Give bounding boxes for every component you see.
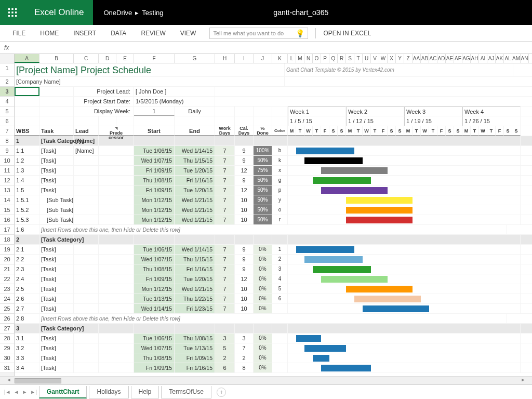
cell[interactable]: 6 [215, 363, 235, 373]
cell[interactable]: Mon 1/12/15 [134, 195, 175, 205]
cell[interactable]: Tue 1/06/15 [134, 334, 175, 343]
cell[interactable] [99, 334, 134, 343]
row-header[interactable]: 13 [0, 185, 14, 195]
column-header[interactable]: I [235, 54, 254, 63]
column-header[interactable]: AE [446, 54, 454, 63]
cell[interactable]: 1 [134, 107, 175, 116]
row-header[interactable]: 23 [0, 284, 14, 294]
column-header[interactable]: AM [512, 54, 521, 63]
cell[interactable]: 50% [254, 185, 272, 195]
row-header[interactable]: 7 [0, 126, 14, 136]
cell[interactable]: 75% [254, 166, 272, 175]
column-header[interactable]: J [254, 54, 272, 63]
cell[interactable]: 3 [15, 324, 39, 333]
cell[interactable]: [Task] [39, 166, 74, 175]
cell[interactable]: Wed 1/21/15 [175, 215, 215, 224]
cell[interactable]: 10 [235, 205, 254, 215]
row-header[interactable]: 20 [0, 255, 14, 264]
select-all-corner[interactable] [0, 54, 14, 63]
cell[interactable]: 2.1 [15, 245, 39, 254]
column-header[interactable]: AI [479, 54, 487, 63]
cell[interactable]: Thu 1/15/15 [175, 156, 215, 165]
cell[interactable] [215, 107, 235, 116]
row-header[interactable]: 16 [0, 215, 14, 225]
cell[interactable]: 2.7 [15, 304, 39, 313]
cell[interactable] [272, 353, 288, 363]
column-header[interactable]: AK [496, 54, 504, 63]
cell[interactable] [272, 334, 288, 343]
cell[interactable]: 8 [235, 363, 254, 373]
cell[interactable]: Project Lead: [74, 87, 134, 96]
cell[interactable] [99, 205, 134, 215]
row-header[interactable]: 10 [0, 156, 14, 166]
cell[interactable]: 0% [254, 255, 272, 264]
tell-me-search[interactable]: Tell me what you want to do 💡 [209, 28, 308, 39]
cell[interactable]: 2 [235, 353, 254, 363]
cell[interactable]: [Company Name] [15, 77, 285, 86]
cell[interactable]: ◥Predecessor [99, 126, 134, 136]
cell[interactable] [39, 97, 74, 106]
cell[interactable]: 10 [235, 304, 254, 313]
cell[interactable]: [Sub Task] [39, 205, 74, 215]
cell[interactable] [254, 235, 272, 244]
row-header[interactable]: 5 [0, 107, 14, 116]
column-header[interactable]: Z [404, 54, 413, 63]
cell[interactable]: 7 [215, 156, 235, 165]
cell[interactable]: [Task] [39, 334, 74, 343]
column-header[interactable]: F [134, 54, 175, 63]
row-header[interactable]: 15 [0, 205, 14, 215]
cell[interactable]: 2.6 [15, 294, 39, 303]
ribbon-tab-data[interactable]: DATA [103, 25, 134, 42]
cell[interactable]: 0% [254, 343, 272, 353]
cell[interactable]: Daily [175, 107, 215, 116]
cell[interactable] [99, 274, 134, 284]
column-header[interactable]: X [388, 54, 396, 63]
cell[interactable] [99, 235, 134, 244]
row-header[interactable]: 11 [0, 166, 14, 176]
cell[interactable]: 1.2 [15, 156, 39, 165]
cell[interactable]: Tue 1/13/15 [175, 343, 215, 353]
cell[interactable] [116, 116, 134, 126]
gantt-bar[interactable] [296, 148, 354, 154]
cell[interactable] [272, 363, 288, 373]
cell[interactable]: End [175, 126, 215, 136]
cell[interactable]: Fri 1/09/15 [134, 363, 175, 373]
cell[interactable]: x [272, 166, 288, 175]
cell[interactable] [175, 324, 215, 333]
cell[interactable]: 3 [272, 264, 288, 274]
cell[interactable] [39, 87, 74, 96]
gantt-bar[interactable] [313, 177, 371, 184]
scroll-left-icon[interactable]: ◄ [5, 377, 12, 384]
cell[interactable]: 7 [215, 264, 235, 274]
cell[interactable] [99, 156, 134, 165]
cell[interactable] [215, 136, 235, 145]
cell[interactable]: Tue 1/06/15 [134, 146, 175, 155]
cell[interactable]: Thu 1/22/15 [175, 294, 215, 303]
column-header[interactable]: G [175, 54, 215, 63]
cell[interactable] [74, 343, 99, 353]
sheet-tab[interactable]: GanttChart [39, 386, 87, 398]
cell[interactable]: Tue 1/20/15 [175, 166, 215, 175]
row-header[interactable]: 12 [0, 176, 14, 185]
cell[interactable]: 5 [215, 343, 235, 353]
cell[interactable]: [Task Category] [39, 136, 74, 145]
cell[interactable] [74, 363, 99, 373]
cell[interactable] [254, 107, 272, 116]
cell[interactable]: [Task] [39, 294, 74, 303]
cell[interactable]: 7 [215, 146, 235, 155]
row-header[interactable]: 3 [0, 87, 14, 97]
cell[interactable]: k [272, 156, 288, 165]
gantt-bar[interactable] [304, 157, 363, 164]
column-header[interactable]: C [74, 54, 99, 63]
column-header[interactable]: AD [437, 54, 446, 63]
column-header[interactable]: AF [454, 54, 462, 63]
cell[interactable]: Tue 1/06/15 [134, 245, 175, 254]
cell[interactable] [99, 245, 134, 254]
cell[interactable] [99, 195, 134, 205]
column-header[interactable]: V [371, 54, 379, 63]
cell[interactable] [74, 304, 99, 313]
cell[interactable] [15, 97, 39, 106]
cell[interactable]: 0% [254, 284, 272, 294]
cell[interactable]: 6 [272, 294, 288, 303]
cell[interactable]: 1 [15, 136, 39, 145]
